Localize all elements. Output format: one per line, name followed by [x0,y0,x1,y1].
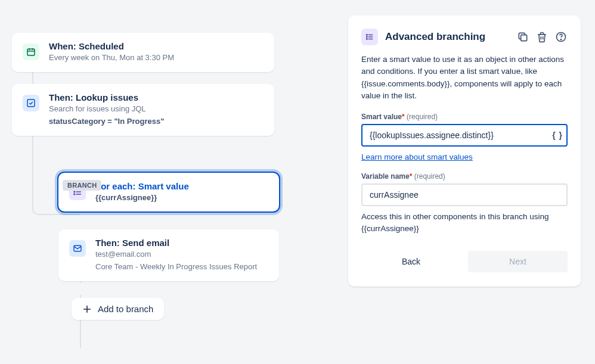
next-button[interactable]: Next [468,251,568,272]
step-detail: Core Team - Weekly In Progress Issues Re… [95,262,266,273]
svg-rect-0 [27,49,35,55]
config-panel: Advanced branching Enter a smart value t… [348,15,581,287]
help-icon[interactable] [554,30,568,43]
svg-point-3 [74,191,75,192]
step-subtitle: Search for issues using JQL [49,104,261,115]
branch-card-smart-value[interactable]: For each: Smart value {{currAssignee}} [58,173,279,212]
step-title: Then: Lookup issues [49,92,261,102]
step-detail: {{currAssignee}} [95,192,266,204]
variable-name-label: Variable name* (required) [361,172,568,181]
svg-rect-9 [521,35,527,41]
smart-value-input[interactable] [361,124,568,147]
variable-name-input[interactable] [361,183,568,206]
panel-description: Enter a smart value to use it as an obje… [361,54,568,102]
branch-badge: BRANCH [63,180,101,191]
trash-icon[interactable] [535,30,548,43]
step-title: Then: Send email [95,238,266,248]
svg-point-4 [74,194,75,195]
svg-point-8 [367,39,367,39]
variable-hint: Access this in other components in this … [361,211,568,235]
step-subtitle: Every week on Thu, Mon at 3:30 PM [49,52,261,64]
plus-icon [82,304,92,314]
calendar-icon [23,43,39,60]
step-title: When: Scheduled [49,41,261,51]
learn-more-link[interactable]: Learn more about smart values [361,153,473,161]
add-to-branch-button[interactable]: Add to branch [72,298,164,320]
svg-point-6 [367,35,367,35]
trigger-card-scheduled[interactable]: When: Scheduled Every week on Thu, Mon a… [12,33,274,72]
braces-icon[interactable]: { } [552,130,563,140]
svg-point-7 [367,36,367,37]
step-title: For each: Smart value [95,181,266,191]
smart-value-label: Smart value* (required) [361,113,568,121]
check-square-icon [23,95,39,111]
panel-title: Advanced branching [385,31,509,43]
mail-icon [69,240,86,257]
svg-rect-1 [27,99,35,107]
svg-point-11 [560,39,561,40]
action-card-lookup-issues[interactable]: Then: Lookup issues Search for issues us… [12,84,274,136]
step-subtitle: test@email.com [95,249,266,260]
copy-icon[interactable] [516,30,529,43]
step-detail: statusCategory = "In Progress" [49,116,261,127]
back-button[interactable]: Back [361,251,461,272]
list-icon [361,29,378,45]
action-card-send-email[interactable]: Then: Send email test@email.com Core Tea… [58,229,279,281]
add-to-branch-label: Add to branch [98,304,153,314]
